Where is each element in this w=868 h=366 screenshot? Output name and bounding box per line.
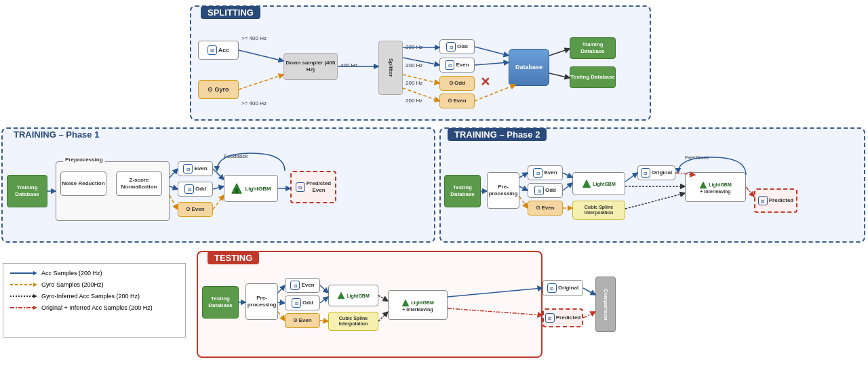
svg-marker-13 [33,306,37,310]
t1-even2-box: ⊙Even [178,202,213,217]
freq-400-bottom: >= 400 Hz [241,100,267,106]
testing-label: TESTING [208,251,259,264]
training-db-t1: Training Database [7,175,47,207]
test-odd-box: ⊡Odd [285,296,320,310]
freq-200-4: 200 Hz [406,98,422,104]
preprocessing-container-t1: Preprocessing Noise Reduction Z-score No… [56,161,170,221]
svg-line-57 [583,288,595,295]
split-odd1-box: ⊡ Odd [439,39,475,54]
freq-200-2: 200 Hz [406,62,422,68]
legend-acc: Acc Samples (200 Hz) [10,269,178,277]
svg-marker-4 [338,292,344,299]
t1-predicted-even-box: ⊡ PredictedEven [290,171,336,203]
training-db-split: Training Database [570,37,616,59]
training1-label: TRAINING – Phase 1 [9,128,103,141]
test-even-box: ⊡Even [285,278,320,293]
testing-db-split: Testing Database [570,66,616,88]
testing-db-t2: Testing Database [444,175,481,207]
legend-gyro: Gyro Samples (200Hz) [10,281,178,289]
freq-400-top: >= 400 Hz [241,35,267,41]
x-mark: ✕ [480,75,490,89]
t2-original-box: ⊡Original [637,165,675,180]
test-original-box: ⊡ Original [542,280,583,296]
test-even2-box: ⊙Even [285,313,320,328]
diagram-container: SPLITTING TRAINING – Phase 1 TRAINING – … [0,0,868,366]
z-score-box: Z-score Normalization [116,171,162,196]
svg-marker-7 [33,271,37,275]
svg-marker-5 [402,300,409,306]
svg-line-58 [583,312,595,318]
t2-feedback-label: Feedback [685,155,709,161]
t2-lightgbm-interleaving-box: LightGBM + Interleaving [685,172,746,202]
t1-even-box: ⊡Even [178,161,213,176]
test-lightgbm-interleaving-box: LightGBM + Interleaving [388,290,448,320]
svg-marker-9 [33,283,37,287]
t2-cubic-box: Cubic Spline Interpolation [572,201,625,220]
split-even1-box: ⊡ Even [439,58,475,73]
t1-lightgbm-box: LightGBM [224,175,278,202]
svg-marker-3 [700,182,707,188]
svg-rect-1 [236,188,239,193]
splitting-label: SPLITTING [201,6,260,19]
test-lightgbm-box: LightGBM [328,285,378,306]
t2-preprocessing-box: Pre- processing [487,172,519,209]
t2-predicted-box: ⊡ Predicted [754,188,797,213]
downsampler-box: Down sampler (400 Hz) [283,53,338,80]
split-odd2-box: ⊙ Odd [439,76,475,91]
database-box: Database [509,49,549,86]
gyro-box: ⊙ Gyro [198,80,239,99]
freq-200-1: 200 Hz [406,44,422,50]
t2-lightgbm-box: LightGBM [572,172,625,195]
testing-db-test: TestingDatabase [202,286,239,319]
legend-gyro-inferred: Gyro-Inferred Acc Samples (200 Hz) [10,292,178,300]
t2-odd-box: ⊡Odd [528,183,563,198]
preprocessing-label-t1: Preprocessing [63,157,105,163]
t2-even-box: ⊡Even [528,165,563,180]
noise-reduction-box: Noise Reduction [60,171,106,196]
test-preprocessing-box: Pre-processing [245,283,278,320]
t2-even2-box: ⊙Even [528,201,563,216]
split-even2-box: ⊙ Even [439,94,475,108]
acc-box: ⊡ Acc [198,41,239,60]
legend-box: Acc Samples (200 Hz) Gyro Samples (200Hz… [3,263,186,338]
splitter-box: Splitter [378,41,403,95]
test-comparison-box: Comparison [595,277,616,332]
legend-combined: Original + Inferred Acc Samples (200 Hz) [10,304,178,312]
freq-200-3: 200 Hz [406,80,422,86]
svg-marker-11 [33,294,37,298]
freq-400-mid: 400 Hz [340,62,357,68]
test-cubic-box: Cubic SplineInterpolation [328,312,378,331]
t1-odd-box: ⊡Odd [178,182,213,197]
svg-marker-2 [583,180,591,187]
t1-feedback-label: Feedback [224,153,248,159]
test-predicted-box: ⊡ Predicted [542,308,583,327]
training2-label: TRAINING – Phase 2 [448,128,547,141]
